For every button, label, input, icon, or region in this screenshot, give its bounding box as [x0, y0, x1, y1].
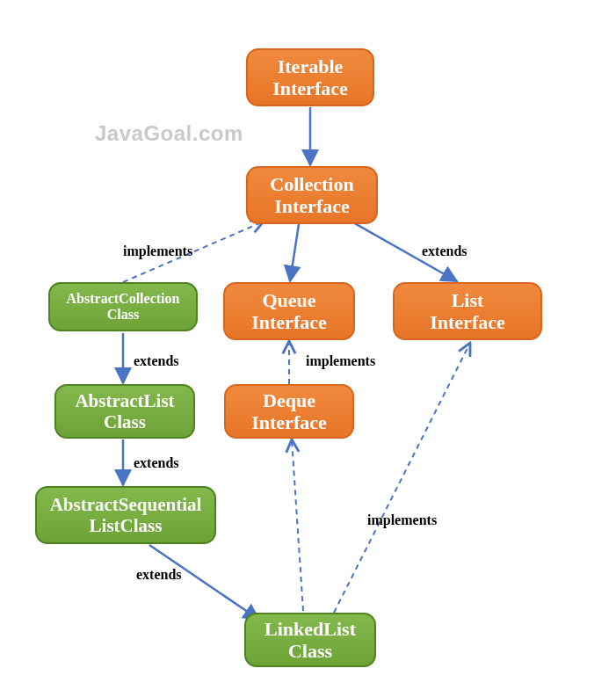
- node-line2: Interface: [251, 411, 327, 433]
- node-line1: Queue: [262, 289, 315, 311]
- node-line2: ListClass: [90, 515, 163, 536]
- node-iterable-interface: Iterable Interface: [246, 48, 374, 106]
- node-deque-interface: Deque Interface: [224, 384, 354, 439]
- watermark: JavaGoal.com: [95, 121, 243, 146]
- node-line2: Interface: [272, 77, 348, 99]
- node-line1: LinkedList: [265, 618, 356, 640]
- node-abstractsequentiallist-class: AbstractSequential ListClass: [35, 486, 216, 544]
- label-extends: extends: [134, 353, 179, 369]
- svg-line-8: [292, 439, 303, 611]
- node-line1: Deque: [263, 389, 315, 411]
- node-line2: Class: [107, 307, 139, 323]
- node-line2: Interface: [430, 311, 505, 333]
- label-extends: extends: [136, 567, 182, 583]
- svg-line-9: [334, 343, 470, 613]
- node-line1: Collection: [270, 173, 353, 195]
- node-list-interface: List Interface: [393, 282, 542, 340]
- node-line1: List: [452, 289, 484, 311]
- svg-line-2: [290, 224, 299, 281]
- node-collection-interface: Collection Interface: [246, 166, 378, 224]
- node-queue-interface: Queue Interface: [223, 282, 355, 340]
- label-implements: implements: [123, 243, 192, 259]
- node-line2: Class: [104, 411, 146, 432]
- node-linkedlist-class: LinkedList Class: [244, 613, 376, 667]
- node-line1: AbstractCollection: [67, 291, 180, 307]
- label-extends: extends: [134, 455, 179, 471]
- node-line1: AbstractList: [75, 390, 174, 411]
- node-line2: Interface: [274, 195, 350, 217]
- node-line1: AbstractSequential: [50, 494, 202, 515]
- label-extends: extends: [422, 243, 467, 259]
- node-abstractlist-class: AbstractList Class: [54, 384, 195, 439]
- label-implements: implements: [367, 512, 437, 528]
- label-implements: implements: [306, 353, 375, 369]
- node-abstractcollection-class: AbstractCollection Class: [48, 282, 198, 331]
- node-line1: Iterable: [278, 55, 344, 77]
- node-line2: Class: [288, 640, 332, 662]
- node-line2: Interface: [251, 311, 327, 333]
